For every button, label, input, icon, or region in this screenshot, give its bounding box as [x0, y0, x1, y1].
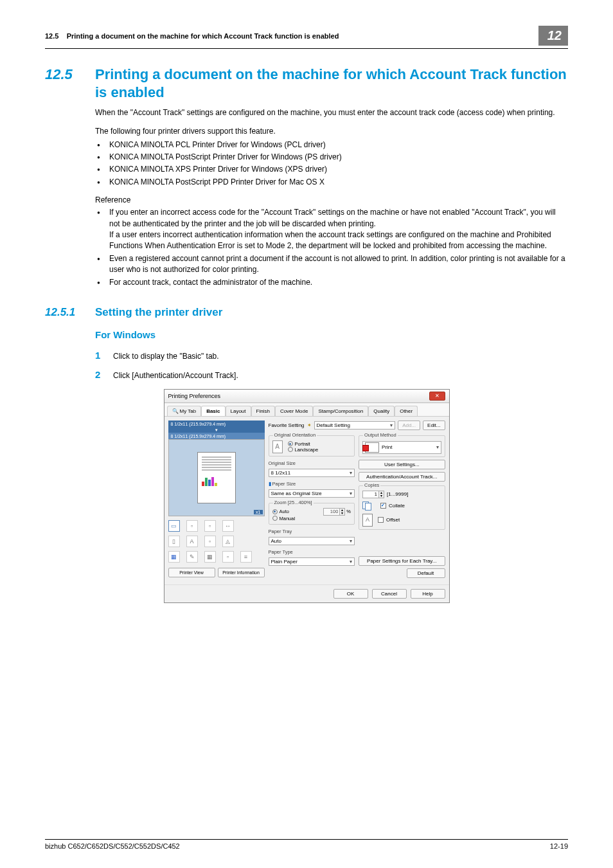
preview-option-icon[interactable]: ▭ — [168, 520, 180, 532]
printer-view-button[interactable]: Printer View — [168, 568, 215, 577]
edit-button[interactable]: Edit... — [423, 420, 445, 430]
preview-option-icon[interactable]: ↔ — [222, 520, 234, 532]
subsection-title: Setting the printer driver — [95, 306, 222, 319]
original-size-label: Original Size — [269, 460, 355, 466]
orientation-group-label: Original Orientation — [273, 432, 317, 438]
dialog-title: Printing Preferences — [168, 393, 221, 399]
landscape-radio[interactable] — [288, 447, 293, 452]
footer-page-number: 12-19 — [550, 842, 568, 850]
orientation-preview-icon: A — [272, 440, 283, 453]
reference-item: If you enter an incorrect access code fo… — [95, 207, 568, 252]
default-button[interactable]: Default — [407, 568, 445, 578]
footer-model: bizhub C652/C652DS/C552/C552DS/C452 — [45, 842, 180, 850]
offset-icon — [362, 514, 373, 527]
portrait-radio[interactable] — [288, 441, 293, 446]
preview-option-icon[interactable]: ✎ — [186, 551, 198, 563]
zoom-badge: x1 — [254, 510, 262, 514]
tab-finish[interactable]: Finish — [251, 406, 275, 416]
copies-stepper[interactable]: ▴▾ — [362, 491, 384, 498]
collate-icon — [362, 502, 375, 511]
copies-range-label: [1...9999] — [387, 491, 408, 497]
close-icon[interactable]: ✕ — [429, 392, 445, 401]
print-icon — [365, 442, 379, 453]
step-text-2: Click [Authentication/Account Track]. — [113, 370, 238, 380]
preview-option-icon[interactable]: ▯ — [168, 536, 180, 547]
preview-option-icon[interactable]: ▦ — [204, 551, 216, 563]
favorite-setting-label: Favorite Setting — [269, 422, 305, 428]
preview-option-icon[interactable]: ▫ — [222, 551, 234, 563]
paper-tray-label: Paper Tray — [269, 529, 355, 534]
printer-information-button[interactable]: Printer Information — [218, 568, 265, 577]
paper-size-select[interactable]: Same as Original Size — [269, 489, 355, 498]
paper-type-select[interactable]: Plain Paper — [269, 557, 355, 566]
offset-label: Offset — [386, 517, 400, 523]
reference-list: If you enter an incorrect access code fo… — [95, 207, 568, 288]
zoom-manual-radio[interactable] — [272, 516, 278, 521]
preview-option-icon[interactable]: ◬ — [222, 536, 234, 547]
output-method-select[interactable]: Print — [362, 441, 441, 454]
copies-group-label: Copies — [363, 482, 380, 488]
driver-item: KONICA MINOLTA PostScript PPD Printer Dr… — [95, 177, 568, 188]
cancel-button[interactable]: Cancel — [372, 589, 407, 599]
star-icon: ✶ — [307, 422, 312, 428]
paper-tray-select[interactable]: Auto — [269, 537, 355, 545]
reference-item: For account track, contact the administr… — [95, 277, 568, 288]
preview-option-icon[interactable]: ▦ — [168, 551, 180, 563]
printing-preferences-dialog: Printing Preferences ✕ 🔍My Tab Basic Lay… — [164, 389, 450, 603]
preview-canvas: x1 — [168, 439, 265, 516]
zoom-auto-radio[interactable] — [272, 509, 278, 514]
tab-stamp-composition[interactable]: Stamp/Composition — [313, 406, 368, 416]
paper-type-label: Paper Type — [269, 549, 355, 555]
offset-checkbox[interactable] — [378, 517, 384, 523]
tabs-row: 🔍My Tab Basic Layout Finish Cover Mode S… — [164, 403, 449, 417]
landscape-label: Landscape — [295, 447, 319, 453]
help-button[interactable]: Help — [411, 589, 445, 599]
section-number: 12.5 — [45, 66, 95, 83]
preview-option-icon[interactable]: ▫ — [204, 520, 216, 532]
preview-option-icon[interactable]: ≡ — [240, 551, 252, 563]
zoom-group-label: Zoom [25...400%] — [273, 500, 314, 505]
driver-list: KONICA MINOLTA PCL Printer Driver for Wi… — [95, 140, 568, 188]
driver-item: KONICA MINOLTA PostScript Printer Driver… — [95, 152, 568, 163]
paper-size-label: Paper Size — [272, 481, 296, 487]
add-button[interactable]: Add... — [398, 420, 420, 430]
intro-paragraph-1: When the "Account Track" settings are co… — [95, 107, 568, 118]
step-number-2: 2 — [95, 370, 113, 380]
driver-item: KONICA MINOLTA PCL Printer Driver for Wi… — [95, 140, 568, 150]
zoom-auto-label: Auto — [280, 509, 289, 514]
zoom-percent-label: % — [346, 509, 351, 514]
step-text-1: Click to display the "Basic" tab. — [113, 350, 219, 361]
user-settings-button[interactable]: User Settings... — [359, 460, 445, 469]
chapter-number-box: 12 — [538, 26, 568, 46]
step-number-1: 1 — [95, 350, 113, 361]
tab-my-tab[interactable]: 🔍My Tab — [167, 406, 202, 416]
tab-basic[interactable]: Basic — [201, 406, 225, 416]
zoom-manual-label: Manual — [280, 516, 296, 521]
tab-layout[interactable]: Layout — [226, 406, 251, 416]
authentication-account-track-button[interactable]: Authentication/Account Track... — [359, 472, 445, 482]
reference-item: Even a registered account cannot print a… — [95, 253, 568, 276]
driver-item: KONICA MINOLTA XPS Printer Driver for Wi… — [95, 164, 568, 175]
ok-button[interactable]: OK — [333, 589, 368, 599]
section-title: Printing a document on the machine for w… — [95, 66, 568, 101]
reference-heading: Reference — [95, 195, 568, 204]
original-size-select[interactable]: 8 1/2x11 — [269, 469, 355, 477]
tab-cover-mode[interactable]: Cover Mode — [275, 406, 314, 416]
header-section-ref: 12.5 — [45, 32, 58, 40]
preview-option-icon[interactable]: ▫ — [204, 536, 216, 547]
intro-paragraph-2: The following four printer drivers suppo… — [95, 126, 568, 137]
tab-quality[interactable]: Quality — [368, 406, 395, 416]
preview-option-icon[interactable]: ▫ — [186, 520, 198, 532]
arrow-down-icon: ▾ — [168, 428, 265, 433]
favorite-setting-select[interactable]: Default Setting — [314, 421, 396, 429]
tab-other[interactable]: Other — [395, 406, 418, 416]
preview-input-size: 8 1/2x11 (215.9x279.4 mm) — [168, 420, 265, 428]
preview-option-icon[interactable]: A — [186, 536, 198, 547]
paper-settings-each-tray-button[interactable]: Paper Settings for Each Tray... — [359, 556, 445, 566]
link-icon: ▮ — [269, 481, 271, 487]
collate-checkbox[interactable] — [380, 503, 386, 509]
subsection-number: 12.5.1 — [45, 306, 95, 319]
zoom-value-stepper[interactable]: ▴▾ — [323, 508, 345, 516]
output-method-group-label: Output Method — [363, 432, 398, 438]
header-running-title: Printing a document on the machine for w… — [67, 32, 339, 40]
